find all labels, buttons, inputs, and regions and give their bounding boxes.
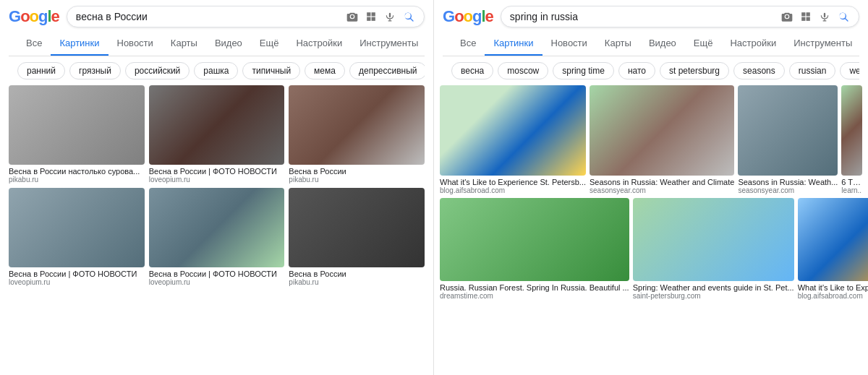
left-img-1-3[interactable]: Весна в России pikabu.ru [289,85,425,184]
left-source-1-2: loveopium.ru [149,176,285,184]
right-tab-all[interactable]: Все [451,32,485,56]
right-panel: Google [434,0,868,375]
right-top-bar: Google [443,6,859,27]
chip-gryaznyy[interactable]: грязный [69,62,121,79]
right-source-2-1: dreamstime.com [440,292,629,300]
left-img-2-3[interactable]: Весна в России pikabu.ru [289,188,425,286]
left-tab-more[interactable]: Ещё [251,32,288,56]
right-search-bar[interactable] [501,6,859,27]
left-caption-2-2: Весна в России | ФОТО НОВОСТИ [149,270,285,278]
chip-moscow[interactable]: moscow [498,62,548,79]
left-img-1-1[interactable]: Весна в России настолько сурова... pikab… [9,85,145,184]
camera-icon[interactable] [346,10,359,23]
right-img-2-3[interactable]: What it's Like to Experience... blog.aif… [798,198,868,300]
chip-rashka[interactable]: рашка [194,62,238,79]
right-caption-2-3: What it's Like to Experience... [798,283,868,292]
right-tab-tools[interactable]: Инструменты [785,32,861,56]
left-tab-news[interactable]: Новости [109,32,162,56]
left-tab-images[interactable]: Картинки [51,32,108,56]
svg-rect-4 [801,12,805,16]
left-img-1-2[interactable]: Весна в России | ФОТО НОВОСТИ loveopium.… [149,85,285,184]
right-search-input[interactable] [510,11,780,22]
left-search-bar[interactable] [67,6,425,27]
right-tab-maps[interactable]: Карты [596,32,640,56]
left-images-grid: Весна в России настолько сурова... pikab… [0,85,433,375]
svg-rect-1 [372,12,375,16]
svg-rect-7 [807,17,810,21]
left-caption-2-1: Весна в России | ФОТО НОВОСТИ [9,270,145,278]
left-source-2-1: loveopium.ru [9,278,145,286]
left-panel: Google [0,0,434,375]
left-tab-tools[interactable]: Инструменты [351,32,427,56]
right-img-2-2[interactable]: Spring: Weather and events guide in St. … [633,198,794,300]
left-tab-settings[interactable]: Настройки [287,32,351,56]
right-images-grid: What it's Like to Experience St. Petersb… [434,85,868,375]
right-tab-images[interactable]: Картинки [485,32,542,56]
left-img-2-2[interactable]: Весна в России | ФОТО НОВОСТИ loveopium.… [149,188,285,286]
svg-rect-3 [372,17,375,21]
right-caption-1-2: Seasons in Russia: Weather and Climate [590,178,734,186]
chip-depressivnyy[interactable]: депрессивный [349,62,425,79]
svg-rect-6 [801,17,805,21]
right-caption-1-4: 6 Thi... [841,178,862,186]
right-search-icon[interactable] [837,10,850,23]
right-img-2-1[interactable]: Russia. Russian Forest. Spring In Russia… [440,198,629,300]
chip-rossiyskiy[interactable]: российский [125,62,190,79]
right-header: Google [434,0,868,85]
right-img-1-4[interactable]: 6 Thi... learn... [841,85,862,194]
left-search-input[interactable] [76,11,346,22]
right-source-1-2: seasonsyear.com [590,186,734,194]
right-grid-icon[interactable] [799,10,812,23]
left-caption-1-1: Весна в России настолько сурова... [9,167,145,176]
right-nav-tabs: Все Картинки Новости Карты Видео Ещё Нас… [443,32,859,56]
right-tab-settings[interactable]: Настройки [721,32,785,56]
left-tab-video[interactable]: Видео [206,32,251,56]
left-search-icons [346,10,415,23]
mic-icon[interactable] [383,10,396,23]
left-img-2-1[interactable]: Весна в России | ФОТО НОВОСТИ loveopium.… [9,188,145,286]
chip-spring-time[interactable]: spring time [553,62,614,79]
chip-vesna[interactable]: весна [451,62,493,79]
right-camera-icon[interactable] [780,10,793,23]
chip-russian[interactable]: russian [789,62,836,79]
right-search-icons [780,10,850,23]
search-icon[interactable] [402,10,415,23]
left-google-logo[interactable]: Google [9,7,59,26]
right-source-2-2: saint-petersburg.com [633,292,794,300]
right-img-1-2[interactable]: Seasons in Russia: Weather and Climate s… [590,85,734,194]
right-caption-1-3: Seasons in Russia: Weath... [738,178,838,186]
left-caption-1-2: Весна в России | ФОТО НОВОСТИ [149,167,285,176]
chip-seasons[interactable]: seasons [733,62,785,79]
left-source-1-1: pikabu.ru [9,176,145,184]
chip-weather[interactable]: weather [840,62,859,79]
right-img-1-3[interactable]: Seasons in Russia: Weath... seasonsyear.… [738,85,838,194]
right-tab-video[interactable]: Видео [640,32,685,56]
right-mic-icon[interactable] [818,10,831,23]
grid-icon[interactable] [365,10,378,23]
left-caption-2-3: Весна в России [289,270,425,278]
chip-st-petersburg[interactable]: st petersburg [660,62,729,79]
left-source-1-3: pikabu.ru [289,176,425,184]
left-chips-bar: ранний грязный российский рашка типичный… [9,56,425,85]
right-caption-2-1: Russia. Russian Forest. Spring In Russia… [440,283,629,292]
svg-rect-2 [367,17,370,21]
left-tab-all[interactable]: Все [17,32,51,56]
chip-tipichnyy[interactable]: типичный [242,62,300,79]
chip-ranniy[interactable]: ранний [17,62,65,79]
right-source-1-4: learn... [841,186,862,194]
left-header: Google [0,0,433,85]
right-tab-news[interactable]: Новости [542,32,596,56]
right-source-1-3: seasonsyear.com [738,186,838,194]
chip-mema[interactable]: мема [305,62,345,79]
right-google-logo[interactable]: Google [443,7,493,26]
left-tab-maps[interactable]: Карты [162,32,206,56]
left-source-2-2: loveopium.ru [149,278,285,286]
chip-nato[interactable]: нато [618,62,655,79]
right-tab-more[interactable]: Ещё [685,32,722,56]
right-source-2-3: blog.aifsabroad.com [798,292,868,300]
right-chips-bar: весна moscow spring time нато st petersb… [443,56,859,85]
right-img-1-1[interactable]: What it's Like to Experience St. Petersb… [440,85,586,194]
left-top-bar: Google [9,6,425,27]
right-caption-1-1: What it's Like to Experience St. Petersb… [440,178,586,186]
right-row-2: Russia. Russian Forest. Spring In Russia… [440,198,862,300]
